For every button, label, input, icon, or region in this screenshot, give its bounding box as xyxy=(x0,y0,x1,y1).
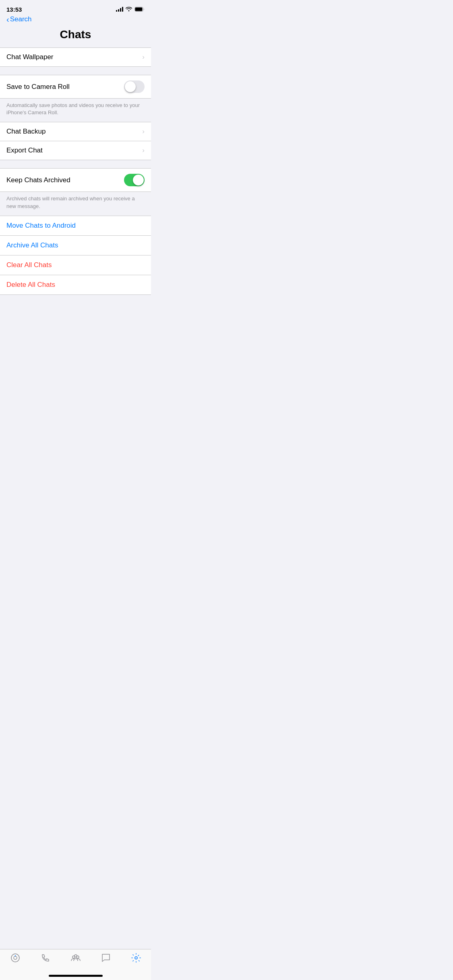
status-bar: 13:53 xyxy=(0,0,151,14)
wallpaper-section: Chat Wallpaper › xyxy=(0,47,151,67)
svg-rect-1 xyxy=(135,8,143,11)
nav-header: Chats xyxy=(0,26,151,47)
delete-all-chats-item[interactable]: Delete All Chats xyxy=(0,275,151,294)
chat-backup-label: Chat Backup xyxy=(6,128,46,136)
keep-archived-toggle[interactable] xyxy=(124,174,145,186)
status-time: 13:53 xyxy=(6,6,22,13)
back-nav: ‹ Search xyxy=(0,14,151,26)
wifi-icon xyxy=(126,6,132,13)
camera-roll-description: Automatically save photos and videos you… xyxy=(0,99,151,122)
toggle-knob xyxy=(125,81,136,92)
export-chat-chevron-icon: › xyxy=(142,146,145,154)
archive-all-chats-item[interactable]: Archive All Chats xyxy=(0,236,151,255)
archive-all-chats-label: Archive All Chats xyxy=(6,241,58,249)
chat-wallpaper-chevron-icon: › xyxy=(142,53,145,61)
back-chevron-icon: ‹ xyxy=(6,15,9,23)
keep-archived-item[interactable]: Keep Chats Archived xyxy=(0,169,151,191)
chat-backup-chevron-icon: › xyxy=(142,128,145,136)
backup-export-section: Chat Backup › Export Chat › xyxy=(0,122,151,160)
camera-roll-group: Save to Camera Roll xyxy=(0,75,151,99)
chat-backup-item[interactable]: Chat Backup › xyxy=(0,122,151,141)
back-button[interactable]: ‹ Search xyxy=(6,15,145,23)
camera-roll-section: Save to Camera Roll Automatically save p… xyxy=(0,75,151,122)
page-title: Chats xyxy=(6,28,145,41)
main-content: Chat Wallpaper › Save to Camera Roll Aut… xyxy=(0,47,151,331)
keep-archived-toggle-knob xyxy=(133,175,144,185)
delete-all-chats-label: Delete All Chats xyxy=(6,281,55,288)
camera-roll-item[interactable]: Save to Camera Roll xyxy=(0,75,151,98)
action-group: Move Chats to Android Archive All Chats … xyxy=(0,216,151,295)
battery-icon xyxy=(134,7,145,12)
camera-roll-label: Save to Camera Roll xyxy=(6,83,70,91)
signal-icon xyxy=(116,7,123,12)
status-icons xyxy=(116,6,145,13)
move-chats-android-label: Move Chats to Android xyxy=(6,222,76,229)
chat-wallpaper-item[interactable]: Chat Wallpaper › xyxy=(0,48,151,66)
keep-archived-description: Archived chats will remain archived when… xyxy=(0,192,151,215)
keep-archived-group: Keep Chats Archived xyxy=(0,168,151,192)
chat-wallpaper-label: Chat Wallpaper xyxy=(6,53,54,61)
export-chat-item[interactable]: Export Chat › xyxy=(0,141,151,160)
camera-roll-toggle[interactable] xyxy=(124,80,145,93)
keep-archived-label: Keep Chats Archived xyxy=(6,176,70,184)
clear-all-chats-label: Clear All Chats xyxy=(6,261,52,269)
back-label: Search xyxy=(10,15,32,23)
keep-archived-section: Keep Chats Archived Archived chats will … xyxy=(0,168,151,215)
move-chats-android-item[interactable]: Move Chats to Android xyxy=(0,216,151,236)
export-chat-label: Export Chat xyxy=(6,146,43,154)
clear-all-chats-item[interactable]: Clear All Chats xyxy=(0,255,151,275)
